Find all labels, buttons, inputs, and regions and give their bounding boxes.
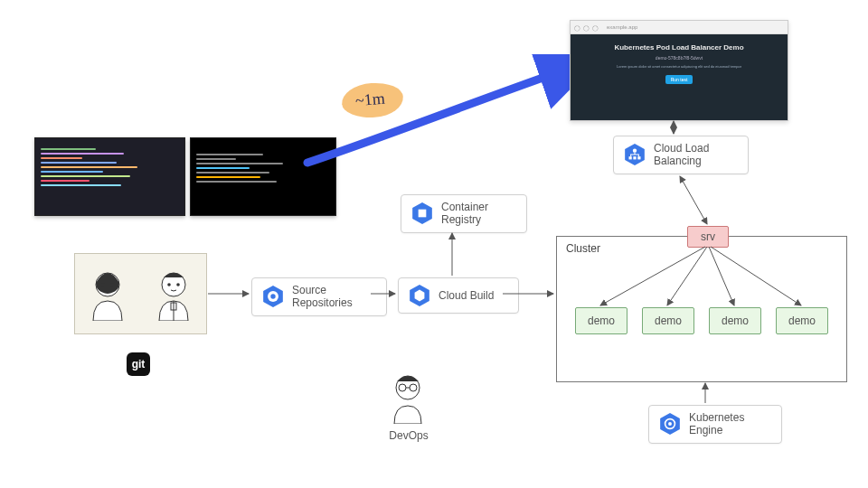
page-desc: Lorem ipsum dolor sit amet consectetur a…: [617, 64, 741, 69]
svg-rect-19: [629, 157, 632, 160]
dev-avatar-2: [151, 267, 196, 321]
pod-3: demo: [709, 307, 761, 334]
page-subtitle: demo-578c8b7f8-5dwvt: [656, 55, 703, 61]
pod-1: demo: [575, 307, 627, 334]
pod-4: demo: [776, 307, 828, 334]
browser-page: Kubernetes Pod Load Balancer Demo demo-5…: [571, 34, 788, 120]
svg-rect-20: [633, 157, 636, 160]
service-node: srv: [687, 226, 729, 248]
browser-preview: ◯◯◯example.app Kubernetes Pod Load Balan…: [570, 20, 788, 121]
cloud-load-balancing-node: Cloud Load Balancing: [613, 136, 749, 174]
browser-chrome: ◯◯◯example.app: [571, 21, 788, 34]
git-icon: git: [127, 352, 150, 376]
page-button: Run test: [665, 75, 693, 84]
svg-point-9: [270, 295, 275, 299]
source-repos-icon: [261, 285, 285, 308]
container-registry-icon: [410, 202, 434, 225]
svg-point-4: [167, 283, 171, 286]
pod-2: demo: [642, 307, 694, 334]
svg-point-16: [668, 422, 672, 426]
kubernetes-icon: [658, 412, 682, 436]
svg-point-2: [110, 283, 114, 286]
kubernetes-engine-node: Kubernetes Engine: [648, 405, 782, 444]
annotation-text: ~1m: [354, 89, 385, 111]
devops-label: DevOps: [389, 429, 429, 442]
source-repositories-node: Source Repositories: [251, 277, 387, 316]
cloud-build-icon: [408, 284, 431, 307]
page-title: Kubernetes Pod Load Balancer Demo: [614, 43, 743, 52]
svg-line-31: [680, 176, 707, 224]
dev-avatar-1: [85, 267, 130, 321]
svg-rect-21: [637, 157, 640, 160]
devops-avatar: [383, 371, 432, 425]
container-registry-node: Container Registry: [401, 194, 527, 233]
architecture-diagram: ~1m git Source Repositories Cloud Build …: [0, 0, 868, 488]
big-arrow: [298, 54, 597, 181]
svg-rect-13: [419, 210, 427, 218]
svg-point-5: [176, 283, 180, 286]
load-balancing-icon: [623, 143, 646, 166]
code-editor-thumbnail: [34, 137, 185, 216]
cluster-title: Cluster: [566, 242, 600, 255]
svg-point-18: [633, 149, 637, 153]
cloud-build-node: Cloud Build: [398, 277, 519, 314]
developers-box: [74, 253, 207, 334]
svg-point-1: [101, 283, 105, 286]
